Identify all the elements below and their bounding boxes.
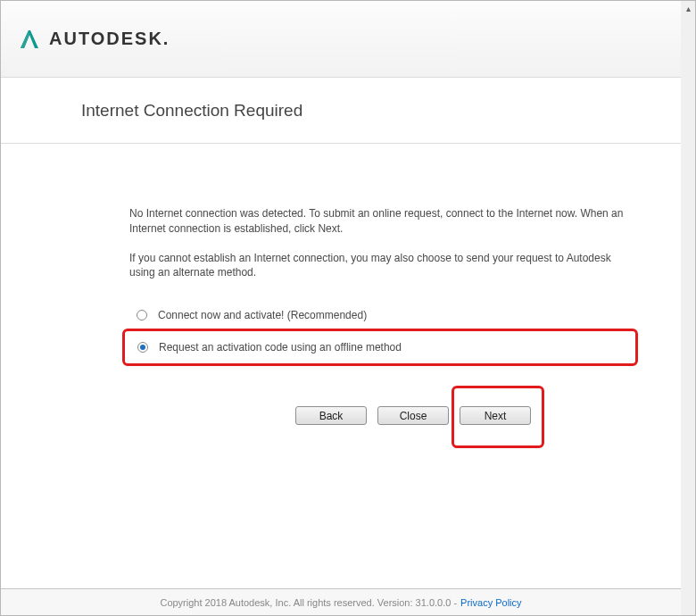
button-row: Back Close Next xyxy=(295,406,531,425)
body-area: No Internet connection was detected. To … xyxy=(1,144,681,366)
content-frame: AUTODESK. Internet Connection Required N… xyxy=(1,1,681,615)
message-line-2: If you cannot establish an Internet conn… xyxy=(129,251,638,281)
autodesk-logo-icon xyxy=(17,27,42,52)
autodesk-logo: AUTODESK. xyxy=(17,27,170,52)
radio-label: Connect now and activate! (Recommended) xyxy=(158,309,367,321)
radio-icon-checked xyxy=(137,342,148,353)
close-button[interactable]: Close xyxy=(377,406,449,425)
page-title: Internet Connection Required xyxy=(81,101,302,121)
radio-group: Connect now and activate! (Recommended) … xyxy=(129,302,638,366)
footer-copyright: Copyright 2018 Autodesk, Inc. All rights… xyxy=(160,597,457,608)
radio-icon xyxy=(137,310,147,320)
scroll-up-icon[interactable]: ▴ xyxy=(681,1,695,15)
radio-label: Request an activation code using an offl… xyxy=(159,341,402,354)
footer: Copyright 2018 Autodesk, Inc. All rights… xyxy=(1,588,681,615)
radio-option-connect[interactable]: Connect now and activate! (Recommended) xyxy=(129,302,638,329)
brand-text: AUTODESK. xyxy=(49,29,170,49)
next-button[interactable]: Next xyxy=(460,406,531,425)
back-button[interactable]: Back xyxy=(295,406,367,425)
message-line-1: No Internet connection was detected. To … xyxy=(129,206,638,237)
highlight-offline-option: Request an activation code using an offl… xyxy=(122,329,638,366)
header: AUTODESK. xyxy=(1,1,681,78)
privacy-policy-link[interactable]: Privacy Policy xyxy=(460,597,521,608)
radio-option-offline[interactable]: Request an activation code using an offl… xyxy=(130,334,625,361)
scrollbar[interactable]: ▴ xyxy=(681,1,695,615)
subheader: Internet Connection Required xyxy=(1,78,681,144)
